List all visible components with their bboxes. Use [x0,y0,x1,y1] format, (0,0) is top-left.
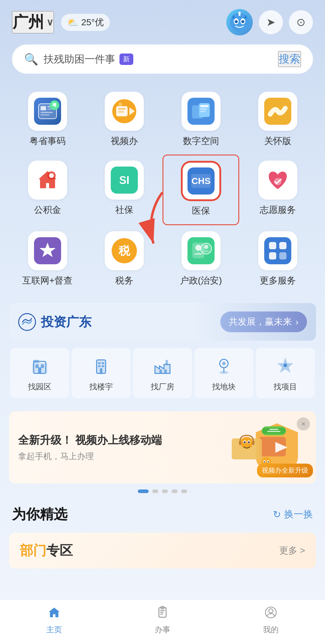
svg-rect-93 [267,431,280,432]
avatar-button[interactable] [226,9,253,35]
invest-banner[interactable]: 投资广东 共发展，赢未来 › [9,303,316,341]
svg-rect-27 [200,105,209,107]
svg-text:CHS: CHS [191,176,210,186]
nav-label-profile: 我的 [263,624,279,635]
svg-point-86 [244,441,246,443]
svg-point-47 [195,245,201,251]
service-icon-care-version [258,92,297,131]
invest-item-building[interactable]: 找楼宇 [72,348,131,398]
service-label-more-services: 更多服务 [260,274,296,287]
svg-rect-52 [279,242,286,249]
service-item-police[interactable]: 户政(治安) [162,225,239,294]
invest-items: 找园区 找楼宇 找厂房 找地块 找项目 [0,347,325,408]
weather-icon: ⛅ [67,17,78,28]
service-label-volunteer: 志愿服务 [260,204,296,216]
svg-point-23 [119,103,122,106]
service-item-tax[interactable]: 税 税务 [86,225,162,294]
chevron-down-icon: ∨ [46,17,53,28]
service-item-medical[interactable]: CHS 医保 [162,155,239,225]
service-label-social-insurance: 社保 [115,204,133,216]
location-nav-button[interactable]: ➤ [259,10,283,34]
dot-1 [138,489,149,493]
service-item-yue-code[interactable]: 粤 粤省事码 [9,86,86,155]
svg-point-3 [235,20,238,23]
nav-item-tasks[interactable]: 办事 [108,606,217,635]
service-icon-housing-fund [28,161,67,200]
service-label-police: 户政(治安) [180,274,222,287]
svg-rect-50 [264,237,291,264]
promo-badge: 视频办全新升级 [257,464,313,477]
navigation-icon: ➤ [266,16,275,29]
svg-marker-70 [155,364,170,373]
svg-point-76 [222,362,226,365]
carousel-dots [0,489,325,493]
svg-rect-22 [118,111,124,113]
svg-point-97 [264,461,265,462]
invest-item-park[interactable]: 找园区 [10,348,69,398]
nav-item-profile[interactable]: 我的 [217,606,325,635]
service-item-care-version[interactable]: 关怀版 [239,86,316,155]
svg-rect-28 [200,109,207,110]
svg-point-87 [248,441,250,443]
invest-icon-park [28,354,52,378]
service-item-internet-supervision[interactable]: 互联网+督查 [9,225,86,294]
header: 广州 ∨ ⛅ 25°优 [0,0,325,41]
svg-point-34 [49,173,54,178]
home-icon [48,606,61,619]
promo-text: 全新升级！ 视频办上线移动端 拿起手机，马上办理 [18,433,223,462]
department-title: 部门专区 [20,542,73,560]
service-label-yue-code: 粤省事码 [29,135,66,147]
invest-icon-project [273,354,297,378]
svg-rect-14 [41,112,53,113]
service-icon-yue-code: 粤 [28,92,67,131]
invest-item-land[interactable]: 找地块 [194,348,253,398]
svg-point-6 [238,12,241,14]
search-icon: 🔍 [24,53,38,66]
nav-item-home[interactable]: 主页 [0,606,108,635]
invest-item-factory[interactable]: 找厂房 [133,348,192,398]
refresh-button[interactable]: ↻ 换一换 [273,508,313,521]
invest-label-building: 找楼宇 [89,382,113,392]
invest-icon-factory [150,354,175,378]
search-button[interactable]: 搜索 [278,51,301,67]
refresh-icon: ↻ [273,509,281,520]
svg-rect-59 [36,364,39,368]
dept-title-dark: 专区 [46,543,73,558]
new-badge: 新 [119,54,133,65]
svg-rect-61 [38,367,41,373]
invest-item-project[interactable]: 找项目 [256,348,315,398]
invest-label-project: 找项目 [274,382,297,392]
invest-label-factory: 找厂房 [151,382,174,392]
promo-title-bold: 视频办上线移动端 [75,434,162,446]
refresh-label: 换一换 [284,508,313,521]
service-item-social-insurance[interactable]: SI 社保 [86,155,162,225]
svg-rect-74 [164,370,167,373]
promo-banner: 全新升级！ 视频办上线移动端 拿起手机，马上办理 [9,411,316,483]
department-card[interactable]: 部门专区 更多 > [9,533,316,569]
service-item-more-services[interactable]: 更多服务 [239,225,316,294]
svg-rect-66 [102,362,104,364]
svg-rect-89 [252,441,255,445]
promo-close-button[interactable]: × [297,417,310,431]
svg-rect-65 [98,362,101,364]
record-button[interactable]: ⊙ [289,10,313,34]
department-more-button[interactable]: 更多 > [279,544,305,557]
search-input-area[interactable]: 扶残助困一件事 新 [44,52,273,66]
service-label-housing-fund: 公积金 [34,204,61,216]
service-label-video-office: 视频办 [111,135,138,147]
location-button[interactable]: 广州 ∨ [12,11,54,33]
service-item-video-office[interactable]: 视频办 [86,86,162,155]
service-item-housing-fund[interactable]: 公积金 [9,155,86,225]
service-icon-more-services [258,231,297,270]
svg-rect-53 [269,252,276,259]
svg-rect-73 [159,370,162,373]
search-bar[interactable]: 🔍 扶残助困一件事 新 搜索 [12,44,313,74]
svg-rect-54 [279,252,286,259]
service-item-volunteer[interactable]: 志愿服务 [239,155,316,225]
svg-point-98 [268,461,269,462]
nav-icon-home [48,606,61,622]
service-item-digital-space[interactable]: 数字空间 [162,86,239,155]
invest-tagline[interactable]: 共发展，赢未来 › [220,311,307,332]
service-icon-video-office [105,92,144,131]
invest-label-land: 找地块 [212,382,236,392]
